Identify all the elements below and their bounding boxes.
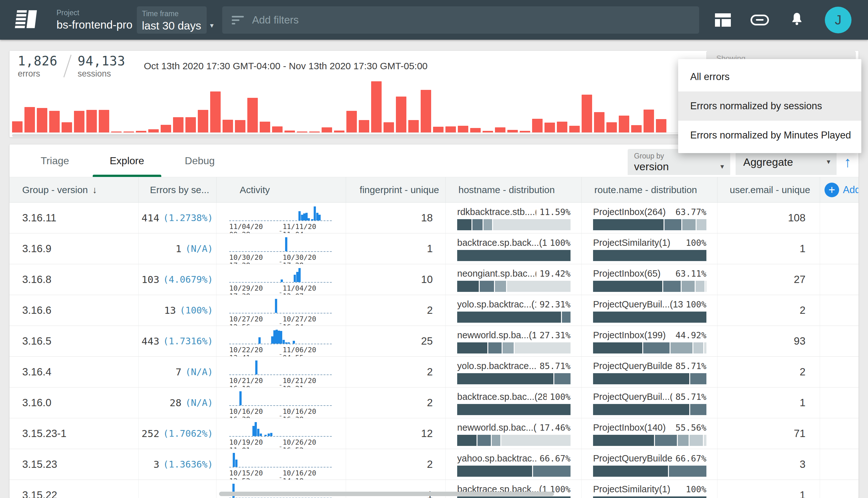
hostname-distribution-cell: backtrace.sp.bac...(28) 100% bbox=[446, 388, 582, 418]
user-email-cell: 1 bbox=[718, 233, 820, 264]
route-distribution-cell: ProjectQueryBuil...(13) 100% bbox=[582, 295, 718, 326]
table-row[interactable]: 3.16.5 443 (1.7316%) 10/22/20 13:41 - 11… bbox=[10, 326, 858, 357]
date-separator: - bbox=[278, 473, 283, 480]
sessions-count-label: sessions bbox=[78, 69, 125, 79]
notifications-bell-icon[interactable] bbox=[789, 11, 805, 29]
date-separator: - bbox=[278, 381, 283, 388]
tab-debug[interactable]: Debug bbox=[166, 144, 233, 177]
version-cell: 3.16.5 bbox=[10, 326, 139, 356]
hostname-distribution-cell: newworld.sp.bac...(44) 17.46% bbox=[446, 418, 582, 449]
activity-sparkline bbox=[229, 207, 332, 221]
group-by-value: version bbox=[634, 160, 669, 173]
hostname-distribution-cell: yolo.sp.backtrace....(6) 85.71% bbox=[446, 357, 582, 387]
avatar-initial: J bbox=[835, 12, 842, 28]
tab-triage[interactable]: Triage bbox=[22, 144, 88, 177]
fingerprint-cell: 2 bbox=[346, 295, 446, 326]
menu-item-errors-normalized-by-sessions[interactable]: Errors normalized by sessions bbox=[678, 91, 861, 121]
topbar-actions: J bbox=[715, 0, 868, 40]
version-cell: 3.16.6 bbox=[10, 295, 139, 326]
route-distribution-cell: ProjectQueryBuilder(6) 85.71% bbox=[582, 357, 718, 387]
hostname-distribution-bar bbox=[457, 219, 571, 230]
route-distribution-bar bbox=[593, 404, 706, 415]
fingerprint-cell: 2 bbox=[346, 388, 446, 418]
filter-icon bbox=[232, 16, 244, 25]
summary-stats: 1,826 errors 94,133 sessions Oct 13th 20… bbox=[10, 51, 428, 81]
errors-cell: 1 (N/A) bbox=[139, 233, 216, 264]
table-row[interactable]: 3.16.0 28 (N/A) 10/16/20 16:38 - 10/16/2… bbox=[10, 388, 858, 418]
column-header-errors[interactable]: Errors by se... bbox=[139, 177, 216, 202]
empty-add-cell bbox=[820, 357, 858, 387]
table-row[interactable]: 3.16.4 7 (N/A) 10/21/20 16:10 - 10/21/20… bbox=[10, 357, 858, 388]
activity-sparkline bbox=[229, 299, 332, 313]
user-email-cell: 2 bbox=[718, 295, 820, 326]
date-separator: - bbox=[278, 227, 283, 233]
table-body: 3.16.11 414 (1.2738%) 11/04/20 09:28 - 1… bbox=[10, 202, 858, 498]
menu-item-all-errors[interactable]: All errors bbox=[678, 62, 861, 91]
sessions-stat: 94,133 sessions bbox=[78, 54, 125, 79]
route-distribution-bar bbox=[593, 373, 706, 384]
fingerprint-cell: 18 bbox=[346, 202, 446, 233]
route-distribution-bar bbox=[593, 250, 706, 261]
fingerprint-cell: 10 bbox=[346, 264, 446, 295]
activity-sparkline bbox=[229, 391, 332, 406]
hostname-distribution-bar bbox=[457, 466, 571, 477]
backtrace-logo[interactable] bbox=[12, 5, 41, 35]
version-cell: 3.16.4 bbox=[10, 357, 139, 387]
user-email-cell: 108 bbox=[718, 202, 820, 233]
errors-count-label: errors bbox=[18, 69, 57, 79]
activity-cell: 10/27/20 12:56 - 10/27/20 16:04 bbox=[216, 295, 346, 326]
activity-sparkline bbox=[229, 237, 332, 252]
empty-add-cell bbox=[820, 480, 858, 498]
backtrace-app: Project bs-frontend-pro ▼ Time frame las… bbox=[0, 0, 868, 498]
column-header-fingerprint[interactable]: fingerprint - unique bbox=[346, 177, 446, 202]
table-row[interactable]: 3.15.23-1 252 (1.7062%) 10/19/20 11:01 -… bbox=[10, 418, 858, 449]
user-email-cell: 93 bbox=[718, 326, 820, 356]
errors-cell: 103 (4.0679%) bbox=[139, 264, 216, 295]
hostname-distribution-cell: newworld.sp.ba...(121) 27.31% bbox=[446, 326, 582, 356]
column-header-hostname[interactable]: hostname - distribution bbox=[446, 177, 582, 202]
column-header-route-name[interactable]: route.name - distribution bbox=[582, 177, 718, 202]
route-distribution-cell: ProjectSimilarity(1) 100% bbox=[582, 480, 718, 498]
avatar[interactable]: J bbox=[825, 7, 852, 34]
dashboard-icon[interactable] bbox=[715, 13, 731, 27]
table-row[interactable]: 3.15.23 3 (1.3636%) 10/15/20 12:52 - 10/… bbox=[10, 449, 858, 480]
chevron-down-icon: ▼ bbox=[209, 22, 215, 29]
user-email-cell: 2 bbox=[718, 357, 820, 387]
arrow-up-icon[interactable]: ↑ bbox=[844, 153, 851, 171]
horizontal-scrollbar-thumb[interactable] bbox=[219, 492, 554, 496]
date-separator: - bbox=[278, 288, 283, 295]
column-header-activity[interactable]: Activity bbox=[216, 177, 346, 202]
errors-cell: 252 (1.7062%) bbox=[139, 418, 216, 449]
menu-item-errors-normalized-by-minutes-played[interactable]: Errors normalized by Minutes Played bbox=[678, 121, 861, 150]
date-range: Oct 13th 2020 17:30 GMT-04:00 - Nov 13th… bbox=[144, 61, 428, 71]
table-row[interactable]: 3.16.8 103 (4.0679%) 10/29/20 17:38 - 11… bbox=[10, 264, 858, 295]
tab-explore[interactable]: Explore bbox=[91, 144, 163, 177]
column-header-group-version[interactable]: Group - version ↓ bbox=[10, 177, 139, 202]
hostname-distribution-cell: backtrace.sp.back...(1) 100% bbox=[446, 233, 582, 264]
hostname-distribution-bar bbox=[457, 496, 571, 498]
project-selector[interactable]: Project bs-frontend-pro ▼ bbox=[56, 9, 146, 31]
add-column-button[interactable]: + Add column bbox=[820, 177, 858, 202]
column-header-user-email[interactable]: user.email - unique bbox=[718, 177, 820, 202]
group-by-label: Group by bbox=[634, 152, 725, 160]
timeframe-selector[interactable]: Time frame last 30 days ▼ bbox=[137, 6, 207, 34]
backtrace-logo-glyph bbox=[13, 6, 40, 34]
empty-add-cell bbox=[820, 295, 858, 326]
add-filters-input[interactable]: Add filters bbox=[222, 6, 699, 34]
empty-add-cell bbox=[820, 449, 858, 480]
showing-menu: All errors Errors normalized by sessions… bbox=[678, 59, 861, 153]
activity-cell: 10/16/20 16:38 - 10/16/20 16:38 bbox=[216, 388, 346, 418]
table-row[interactable]: 3.16.9 1 (N/A) 10/30/20 17:28 - 10/30/20… bbox=[10, 233, 858, 264]
table-row[interactable]: 3.16.6 13 (100%) 10/27/20 12:56 - 10/27/… bbox=[10, 295, 858, 326]
hostname-distribution-bar bbox=[457, 404, 571, 415]
link-icon[interactable] bbox=[750, 15, 769, 25]
add-filters-placeholder: Add filters bbox=[252, 14, 299, 26]
route-distribution-bar bbox=[593, 466, 706, 477]
timeframe-label: Time frame bbox=[142, 10, 202, 18]
explore-card: Triage Explore Debug Group by version ▼ … bbox=[10, 144, 858, 498]
hostname-distribution-bar bbox=[457, 342, 571, 354]
route-distribution-cell: ProjectQueryBuilder(2) 66.67% bbox=[582, 449, 718, 480]
table-row[interactable]: 3.16.11 414 (1.2738%) 11/04/20 09:28 - 1… bbox=[10, 202, 858, 233]
empty-add-cell bbox=[820, 418, 858, 449]
activity-cell: 10/29/20 17:38 - 11/04/20 12:07 bbox=[216, 264, 346, 295]
